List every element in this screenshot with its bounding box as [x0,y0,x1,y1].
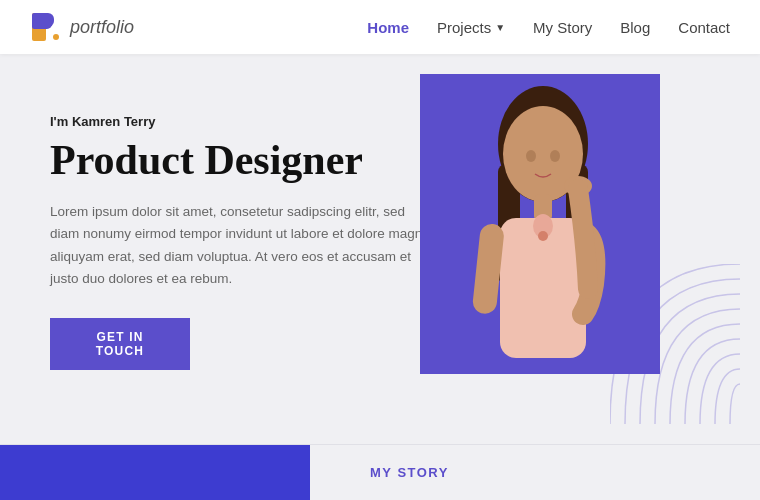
person-illustration [428,74,658,444]
main-nav: Home Projects ▼ My Story Blog Contact [367,19,730,36]
hero-description: Lorem ipsum dolor sit amet, consetetur s… [50,201,430,290]
hero-intro: I'm Kamren Terry [50,114,430,129]
nav-contact[interactable]: Contact [678,19,730,36]
svg-point-14 [538,231,548,241]
hero-image-area [410,54,730,444]
nav-my-story[interactable]: My Story [533,19,592,36]
hero-title: Product Designer [50,137,430,183]
svg-point-10 [550,150,560,162]
nav-projects[interactable]: Projects ▼ [437,19,505,36]
hero-section: I'm Kamren Terry Product Designer Lorem … [0,54,760,444]
hero-intro-prefix: I'm [50,114,72,129]
logo[interactable]: portfolio [30,11,134,43]
my-story-label: MY STORY [370,465,449,480]
chevron-down-icon: ▼ [495,22,505,33]
logo-icon [30,11,62,43]
header: portfolio Home Projects ▼ My Story Blog … [0,0,760,54]
svg-point-9 [526,150,536,162]
svg-point-4 [53,34,59,40]
hero-content: I'm Kamren Terry Product Designer Lorem … [50,54,430,370]
footer-image-thumbnail [0,445,310,501]
nav-home[interactable]: Home [367,19,409,36]
svg-rect-3 [32,19,52,29]
logo-text: portfolio [70,17,134,38]
nav-blog[interactable]: Blog [620,19,650,36]
get-in-touch-button[interactable]: GET IN TOUCH [50,318,190,370]
footer-my-story: MY STORY [310,465,509,480]
footer-strip: MY STORY [0,444,760,500]
hero-name: Kamren Terry [72,114,156,129]
svg-rect-15 [472,223,505,315]
